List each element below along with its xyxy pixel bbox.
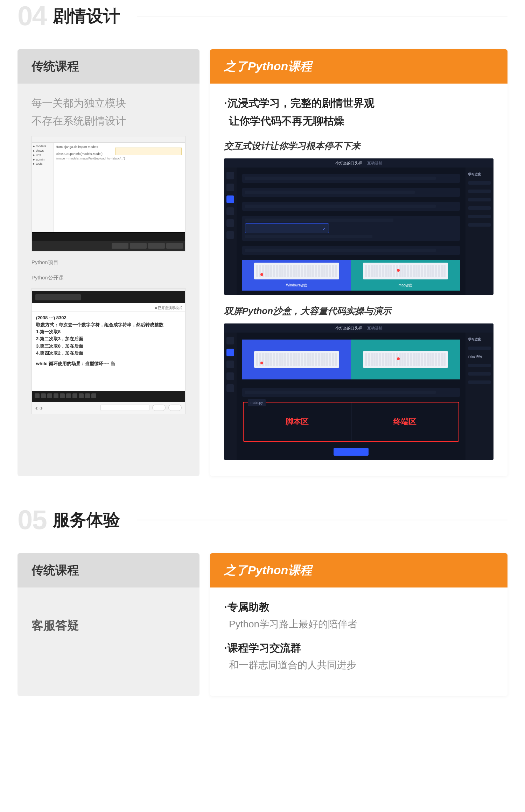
traditional-header: 传统课程 xyxy=(18,553,200,587)
section-header: 05 服务体验 xyxy=(18,504,507,536)
ide-screenshot: ▸ models▸ views▸ urls▸ admin▸ tests from… xyxy=(31,136,186,251)
section-story-design: 04 剧情设计 传统课程 每一关都为独立模块 不存在系统剧情设计 ▸ model… xyxy=(0,0,525,476)
trad-desc-line2: 不存在系统剧情设计 xyxy=(31,112,186,130)
screenshot-caption: 双屏Python沙盒，大容量代码实操与演示 xyxy=(224,303,493,319)
section-title: 剧情设计 xyxy=(53,5,120,27)
feature-item: 沉浸式学习，完整的剧情世界观 让你学代码不再无聊枯燥 xyxy=(224,94,493,130)
vid-line: 2.第二次取3，加在后面 xyxy=(36,335,181,342)
zhiliao-col: 之了Python课程 沉浸式学习，完整的剧情世界观 让你学代码不再无聊枯燥 交互… xyxy=(210,49,507,476)
section-header: 04 剧情设计 xyxy=(18,0,507,32)
zhiliao-body: 沉浸式学习，完整的剧情世界观 让你学代码不再无聊枯燥 交互式设计让你学习根本停不… xyxy=(210,84,507,476)
traditional-col: 传统课程 客服答疑 xyxy=(18,553,200,696)
zhiliao-col: 之了Python课程 专属助教 Python学习路上最好的陪伴者 课程学习交流群… xyxy=(210,553,507,696)
z-title: 小灯当的口头禅 xyxy=(335,160,362,166)
trad-desc-line1: 每一关都为独立模块 xyxy=(31,94,186,112)
feature-subtitle: Python学习路上最好的陪伴者 xyxy=(229,616,493,633)
sandbox-outline: main.py 脚本区 终端区 xyxy=(243,402,459,442)
ide-label: Python项目 xyxy=(31,258,186,267)
script-area-label: 脚本区 xyxy=(244,403,351,441)
divider xyxy=(137,520,507,520)
ide-code-line: image = models.ImageField(upload_to='sta… xyxy=(56,156,182,161)
feature-subtitle: 和一群志同道合的人共同进步 xyxy=(229,657,493,674)
zhiliao-body: 专属助教 Python学习路上最好的陪伴者 课程学习交流群 和一群志同道合的人共… xyxy=(210,587,507,696)
z-tab: 互动讲解 xyxy=(367,325,383,332)
sandbox-screenshot: 小灯当的口头禅互动讲解 main.py 脚本区 xyxy=(224,323,493,460)
comparison-row: 传统课程 每一关都为独立模块 不存在系统剧情设计 ▸ models▸ views… xyxy=(18,49,507,476)
z-tab: 互动讲解 xyxy=(367,160,383,166)
traditional-col: 传统课程 每一关都为独立模块 不存在系统剧情设计 ▸ models▸ views… xyxy=(18,49,200,476)
video-screenshot: ■ 已开启演示模式 (2038 ---) 8302 取数方式：每次去一个数字字符… xyxy=(31,288,186,414)
screenshot-caption: 交互式设计让你学习根本停不下来 xyxy=(224,138,493,154)
vid-line: (2038 ---) 8302 xyxy=(36,314,181,321)
interactive-screenshot: 小灯当的口头禅互动讲解 Windows键盘 mac键盘 xyxy=(224,158,493,295)
zhiliao-header: 之了Python课程 xyxy=(210,49,507,84)
trad-service-text: 客服答疑 xyxy=(31,598,186,653)
section-number: 05 xyxy=(18,504,47,536)
traditional-header: 传统课程 xyxy=(18,49,200,84)
section-service: 05 服务体验 传统课程 客服答疑 之了Python课程 专属助教 Python… xyxy=(0,504,525,696)
vid-line: 1.第一次取8 xyxy=(36,328,181,335)
feature-title: 专属助教 xyxy=(224,598,493,616)
terminal-area-label: 终端区 xyxy=(351,403,459,441)
z-side-header: 学习进度 xyxy=(468,172,491,177)
feature-line2: 让你学代码不再无聊枯燥 xyxy=(229,112,493,130)
vid-line: 3.第三次取0，加在后面 xyxy=(36,343,181,350)
print-label: Print 语句 xyxy=(468,354,491,359)
vid-line: 取数方式：每次去一个数字字符，组合成字符串，然后转成整数 xyxy=(36,321,181,328)
z-title: 小灯当的口头禅 xyxy=(335,325,362,332)
feature-title: 课程学习交流群 xyxy=(224,639,493,657)
feature-item: 专属助教 Python学习路上最好的陪伴者 xyxy=(224,598,493,633)
feature-line1: 沉浸式学习，完整的剧情世界观 xyxy=(227,97,374,109)
comparison-row: 传统课程 客服答疑 之了Python课程 专属助教 Python学习路上最好的陪… xyxy=(18,553,507,696)
feature-item: 课程学习交流群 和一群志同道合的人共同进步 xyxy=(224,639,493,674)
vid-line: 4.第四次取2，加在后面 xyxy=(36,350,181,357)
sandbox-tab: main.py xyxy=(248,399,266,406)
traditional-body: 客服答疑 xyxy=(18,587,200,669)
divider xyxy=(137,16,507,16)
z-side-header: 学习进度 xyxy=(468,337,491,342)
kb-caption: mac键盘 xyxy=(399,282,412,288)
kb-caption: Windows键盘 xyxy=(286,282,307,288)
video-label: Python公开课 xyxy=(31,273,186,282)
vid-line: while 循环使用的场景：当型循环---- 当 xyxy=(36,360,181,367)
zhiliao-header: 之了Python课程 xyxy=(210,553,507,587)
submit-button xyxy=(334,448,369,456)
section-number: 04 xyxy=(18,0,47,32)
section-title: 服务体验 xyxy=(53,509,120,531)
traditional-body: 每一关都为独立模块 不存在系统剧情设计 ▸ models▸ views▸ url… xyxy=(18,84,200,436)
